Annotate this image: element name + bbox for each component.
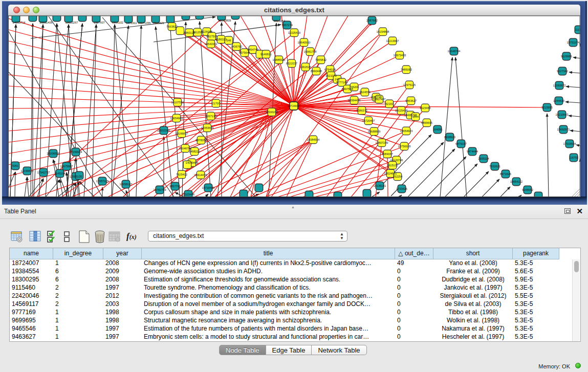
svg-text:8322037: 8322037 [286, 62, 297, 65]
svg-text:164095: 164095 [433, 128, 443, 131]
svg-text:20206556: 20206556 [47, 152, 60, 155]
svg-text:12156819: 12156819 [21, 169, 34, 172]
svg-text:10653267: 10653267 [66, 21, 78, 24]
svg-text:1615132: 1615132 [387, 164, 398, 167]
svg-text:19654923: 19654923 [400, 129, 413, 133]
svg-text:8186323: 8186323 [215, 38, 227, 41]
svg-text:9844: 9844 [412, 115, 419, 118]
svg-text:15716485: 15716485 [202, 186, 215, 189]
svg-text:15751074: 15751074 [567, 41, 580, 44]
svg-text:1145194: 1145194 [54, 172, 65, 175]
svg-text:16543382: 16543382 [205, 42, 217, 46]
svg-text:252254: 252254 [393, 175, 403, 178]
svg-text:16154808: 16154808 [377, 30, 389, 33]
svg-text:7955812: 7955812 [315, 58, 326, 61]
svg-text:7386372: 7386372 [356, 109, 367, 112]
svg-text:9227342: 9227342 [557, 70, 568, 73]
svg-text:19166827: 19166827 [176, 132, 188, 135]
svg-text:6966102: 6966102 [112, 21, 123, 24]
svg-text:10025458: 10025458 [395, 109, 408, 112]
svg-text:16782759: 16782759 [154, 188, 166, 191]
svg-text:8990448: 8990448 [311, 70, 322, 73]
svg-text:1244419: 1244419 [553, 99, 564, 102]
svg-text:3215955: 3215955 [541, 106, 553, 109]
svg-text:746206: 746206 [350, 85, 359, 89]
svg-text:16171355: 16171355 [138, 21, 151, 25]
svg-text:20553346: 20553346 [158, 129, 170, 132]
svg-text:10654112: 10654112 [510, 180, 522, 183]
svg-text:20364436: 20364436 [348, 99, 361, 102]
svg-text:6794028: 6794028 [324, 68, 336, 71]
svg-text:12213967: 12213967 [386, 39, 399, 42]
svg-text:12975115: 12975115 [403, 83, 416, 86]
svg-text:6879197: 6879197 [455, 142, 467, 145]
svg-text:9463627: 9463627 [405, 99, 417, 102]
svg-text:1498222: 1498222 [189, 150, 200, 153]
svg-text:8471626: 8471626 [500, 172, 511, 176]
svg-text:3624554: 3624554 [359, 91, 371, 94]
svg-text:16961758: 16961758 [304, 50, 317, 53]
svg-text:16033809: 16033809 [219, 19, 231, 22]
svg-text:8375645: 8375645 [239, 51, 250, 54]
svg-text:2436760: 2436760 [231, 45, 242, 48]
svg-text:9129966: 9129966 [561, 55, 572, 58]
svg-text:7663822: 7663822 [166, 25, 178, 28]
svg-text:16120746: 16120746 [390, 159, 403, 162]
svg-text:9084067: 9084067 [382, 152, 393, 156]
svg-text:9245652: 9245652 [522, 188, 533, 191]
svg-text:17957225: 17957225 [96, 180, 109, 183]
svg-text:14055714: 14055714 [13, 21, 26, 24]
svg-text:10688809: 10688809 [368, 130, 381, 133]
svg-text:9115460: 9115460 [420, 106, 430, 110]
svg-text:21700: 21700 [212, 102, 220, 105]
svg-text:19384554: 19384554 [307, 138, 320, 141]
svg-text:15885520: 15885520 [273, 58, 286, 61]
svg-text:12505135: 12505135 [70, 175, 82, 178]
svg-text:9474444: 9474444 [467, 150, 478, 153]
svg-text:17159924: 17159924 [70, 150, 82, 154]
svg-text:10973493: 10973493 [394, 54, 406, 57]
svg-text:9146821: 9146821 [260, 53, 272, 56]
svg-text:16914479: 16914479 [194, 173, 207, 177]
svg-text:12093872: 12093872 [553, 84, 566, 87]
svg-text:62160: 62160 [385, 102, 394, 105]
svg-text:8938923: 8938923 [444, 136, 455, 139]
svg-text:2087682: 2087682 [366, 19, 378, 22]
svg-text:16648784: 16648784 [448, 50, 461, 53]
svg-text:20691406: 20691406 [40, 21, 53, 24]
svg-text:10958107: 10958107 [120, 183, 133, 186]
svg-text:16210643: 16210643 [556, 113, 569, 116]
svg-text:9777169: 9777169 [336, 81, 347, 84]
svg-text:2935114: 2935114 [478, 157, 489, 160]
svg-text:9857791: 9857791 [169, 185, 181, 188]
svg-text:18807249: 18807249 [376, 141, 388, 144]
svg-text:17916504: 17916504 [563, 142, 576, 145]
svg-text:10975867: 10975867 [60, 165, 73, 168]
svg-text:8878352: 8878352 [195, 139, 207, 142]
svg-text:7485063: 7485063 [401, 68, 412, 71]
svg-text:8226058: 8226058 [201, 30, 212, 33]
svg-text:8813054: 8813054 [274, 19, 285, 23]
svg-text:16107552: 16107552 [171, 101, 184, 104]
svg-text:18724007: 18724007 [288, 104, 300, 107]
svg-text:19654983: 19654983 [170, 117, 183, 120]
svg-text:17942757: 17942757 [37, 171, 50, 174]
svg-text:12353594: 12353594 [201, 126, 214, 129]
svg-text:7625402: 7625402 [176, 173, 187, 176]
svg-text:116753: 116753 [569, 156, 578, 159]
svg-text:1071911: 1071911 [126, 21, 137, 25]
svg-text:7632621: 7632621 [489, 165, 500, 168]
svg-text:7515521: 7515521 [153, 21, 164, 25]
svg-text:7357274: 7357274 [281, 24, 293, 27]
svg-text:1327607: 1327607 [94, 21, 105, 24]
svg-text:18640910: 18640910 [298, 41, 311, 44]
svg-text:18300295: 18300295 [266, 111, 278, 114]
svg-text:11325419: 11325419 [288, 31, 300, 34]
svg-text:10756928: 10756928 [398, 145, 411, 148]
svg-text:546: 546 [226, 39, 231, 42]
svg-text:1621072: 1621072 [325, 74, 337, 77]
svg-text:11923446: 11923446 [182, 193, 194, 196]
svg-text:10807487: 10807487 [373, 98, 386, 101]
svg-text:14099489: 14099489 [186, 161, 199, 164]
svg-text:6899695: 6899695 [421, 121, 432, 124]
